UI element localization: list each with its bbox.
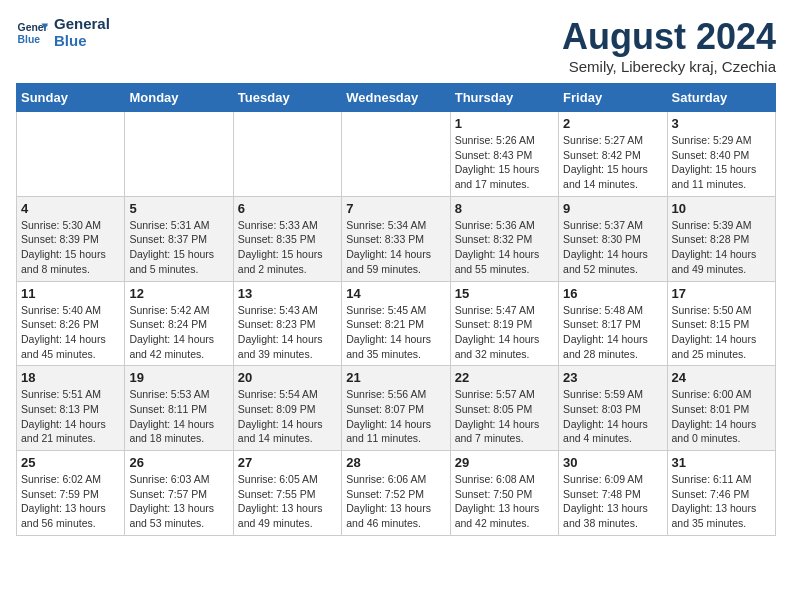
day-number: 22	[455, 370, 554, 385]
day-info: Sunrise: 5:42 AMSunset: 8:24 PMDaylight:…	[129, 303, 228, 362]
day-info: Sunrise: 5:47 AMSunset: 8:19 PMDaylight:…	[455, 303, 554, 362]
day-number: 27	[238, 455, 337, 470]
day-number: 15	[455, 286, 554, 301]
day-info: Sunrise: 5:56 AMSunset: 8:07 PMDaylight:…	[346, 387, 445, 446]
calendar-cell: 12Sunrise: 5:42 AMSunset: 8:24 PMDayligh…	[125, 281, 233, 366]
day-info: Sunrise: 5:37 AMSunset: 8:30 PMDaylight:…	[563, 218, 662, 277]
calendar-cell: 20Sunrise: 5:54 AMSunset: 8:09 PMDayligh…	[233, 366, 341, 451]
calendar-cell: 5Sunrise: 5:31 AMSunset: 8:37 PMDaylight…	[125, 196, 233, 281]
calendar-cell: 22Sunrise: 5:57 AMSunset: 8:05 PMDayligh…	[450, 366, 558, 451]
calendar-cell: 25Sunrise: 6:02 AMSunset: 7:59 PMDayligh…	[17, 451, 125, 536]
calendar-cell: 29Sunrise: 6:08 AMSunset: 7:50 PMDayligh…	[450, 451, 558, 536]
day-info: Sunrise: 6:03 AMSunset: 7:57 PMDaylight:…	[129, 472, 228, 531]
day-number: 12	[129, 286, 228, 301]
day-info: Sunrise: 5:39 AMSunset: 8:28 PMDaylight:…	[672, 218, 771, 277]
calendar-cell: 13Sunrise: 5:43 AMSunset: 8:23 PMDayligh…	[233, 281, 341, 366]
day-number: 6	[238, 201, 337, 216]
day-number: 16	[563, 286, 662, 301]
calendar-cell: 23Sunrise: 5:59 AMSunset: 8:03 PMDayligh…	[559, 366, 667, 451]
calendar-cell: 31Sunrise: 6:11 AMSunset: 7:46 PMDayligh…	[667, 451, 775, 536]
calendar-cell: 19Sunrise: 5:53 AMSunset: 8:11 PMDayligh…	[125, 366, 233, 451]
day-info: Sunrise: 6:09 AMSunset: 7:48 PMDaylight:…	[563, 472, 662, 531]
week-row-0: 1Sunrise: 5:26 AMSunset: 8:43 PMDaylight…	[17, 112, 776, 197]
day-info: Sunrise: 6:08 AMSunset: 7:50 PMDaylight:…	[455, 472, 554, 531]
weekday-header-saturday: Saturday	[667, 84, 775, 112]
day-info: Sunrise: 5:30 AMSunset: 8:39 PMDaylight:…	[21, 218, 120, 277]
day-info: Sunrise: 6:11 AMSunset: 7:46 PMDaylight:…	[672, 472, 771, 531]
day-number: 10	[672, 201, 771, 216]
day-number: 20	[238, 370, 337, 385]
day-info: Sunrise: 5:36 AMSunset: 8:32 PMDaylight:…	[455, 218, 554, 277]
day-info: Sunrise: 5:43 AMSunset: 8:23 PMDaylight:…	[238, 303, 337, 362]
logo: General Blue General Blue	[16, 16, 110, 49]
calendar-cell: 18Sunrise: 5:51 AMSunset: 8:13 PMDayligh…	[17, 366, 125, 451]
day-number: 5	[129, 201, 228, 216]
day-info: Sunrise: 5:45 AMSunset: 8:21 PMDaylight:…	[346, 303, 445, 362]
day-number: 28	[346, 455, 445, 470]
logo-blue: Blue	[54, 33, 110, 50]
weekday-header-thursday: Thursday	[450, 84, 558, 112]
day-number: 17	[672, 286, 771, 301]
day-info: Sunrise: 5:59 AMSunset: 8:03 PMDaylight:…	[563, 387, 662, 446]
weekday-header-friday: Friday	[559, 84, 667, 112]
calendar-cell: 28Sunrise: 6:06 AMSunset: 7:52 PMDayligh…	[342, 451, 450, 536]
calendar-cell: 21Sunrise: 5:56 AMSunset: 8:07 PMDayligh…	[342, 366, 450, 451]
header: General Blue General Blue August 2024 Se…	[16, 16, 776, 75]
day-number: 3	[672, 116, 771, 131]
day-info: Sunrise: 5:51 AMSunset: 8:13 PMDaylight:…	[21, 387, 120, 446]
title-area: August 2024 Semily, Liberecky kraj, Czec…	[562, 16, 776, 75]
calendar-table: SundayMondayTuesdayWednesdayThursdayFrid…	[16, 83, 776, 536]
day-number: 23	[563, 370, 662, 385]
day-number: 31	[672, 455, 771, 470]
calendar-cell: 4Sunrise: 5:30 AMSunset: 8:39 PMDaylight…	[17, 196, 125, 281]
calendar-cell: 9Sunrise: 5:37 AMSunset: 8:30 PMDaylight…	[559, 196, 667, 281]
day-number: 24	[672, 370, 771, 385]
month-title: August 2024	[562, 16, 776, 58]
day-number: 2	[563, 116, 662, 131]
calendar-cell	[233, 112, 341, 197]
day-number: 14	[346, 286, 445, 301]
calendar-cell: 24Sunrise: 6:00 AMSunset: 8:01 PMDayligh…	[667, 366, 775, 451]
calendar-cell	[17, 112, 125, 197]
day-info: Sunrise: 5:48 AMSunset: 8:17 PMDaylight:…	[563, 303, 662, 362]
day-number: 18	[21, 370, 120, 385]
day-number: 4	[21, 201, 120, 216]
day-number: 11	[21, 286, 120, 301]
day-info: Sunrise: 5:27 AMSunset: 8:42 PMDaylight:…	[563, 133, 662, 192]
day-info: Sunrise: 5:53 AMSunset: 8:11 PMDaylight:…	[129, 387, 228, 446]
calendar-cell: 2Sunrise: 5:27 AMSunset: 8:42 PMDaylight…	[559, 112, 667, 197]
weekday-header-tuesday: Tuesday	[233, 84, 341, 112]
day-info: Sunrise: 6:05 AMSunset: 7:55 PMDaylight:…	[238, 472, 337, 531]
calendar-cell: 6Sunrise: 5:33 AMSunset: 8:35 PMDaylight…	[233, 196, 341, 281]
day-number: 25	[21, 455, 120, 470]
week-row-4: 25Sunrise: 6:02 AMSunset: 7:59 PMDayligh…	[17, 451, 776, 536]
day-info: Sunrise: 5:31 AMSunset: 8:37 PMDaylight:…	[129, 218, 228, 277]
calendar-cell	[125, 112, 233, 197]
calendar-cell: 10Sunrise: 5:39 AMSunset: 8:28 PMDayligh…	[667, 196, 775, 281]
week-row-2: 11Sunrise: 5:40 AMSunset: 8:26 PMDayligh…	[17, 281, 776, 366]
day-info: Sunrise: 5:34 AMSunset: 8:33 PMDaylight:…	[346, 218, 445, 277]
weekday-header-monday: Monday	[125, 84, 233, 112]
calendar-cell: 30Sunrise: 6:09 AMSunset: 7:48 PMDayligh…	[559, 451, 667, 536]
day-info: Sunrise: 5:40 AMSunset: 8:26 PMDaylight:…	[21, 303, 120, 362]
calendar-cell: 16Sunrise: 5:48 AMSunset: 8:17 PMDayligh…	[559, 281, 667, 366]
calendar-cell: 7Sunrise: 5:34 AMSunset: 8:33 PMDaylight…	[342, 196, 450, 281]
day-info: Sunrise: 5:50 AMSunset: 8:15 PMDaylight:…	[672, 303, 771, 362]
week-row-1: 4Sunrise: 5:30 AMSunset: 8:39 PMDaylight…	[17, 196, 776, 281]
day-info: Sunrise: 5:29 AMSunset: 8:40 PMDaylight:…	[672, 133, 771, 192]
calendar-cell	[342, 112, 450, 197]
weekday-header-row: SundayMondayTuesdayWednesdayThursdayFrid…	[17, 84, 776, 112]
day-info: Sunrise: 6:02 AMSunset: 7:59 PMDaylight:…	[21, 472, 120, 531]
day-number: 30	[563, 455, 662, 470]
logo-general: General	[54, 16, 110, 33]
week-row-3: 18Sunrise: 5:51 AMSunset: 8:13 PMDayligh…	[17, 366, 776, 451]
calendar-cell: 1Sunrise: 5:26 AMSunset: 8:43 PMDaylight…	[450, 112, 558, 197]
day-number: 19	[129, 370, 228, 385]
day-number: 7	[346, 201, 445, 216]
day-info: Sunrise: 6:00 AMSunset: 8:01 PMDaylight:…	[672, 387, 771, 446]
weekday-header-sunday: Sunday	[17, 84, 125, 112]
calendar-cell: 8Sunrise: 5:36 AMSunset: 8:32 PMDaylight…	[450, 196, 558, 281]
day-info: Sunrise: 5:54 AMSunset: 8:09 PMDaylight:…	[238, 387, 337, 446]
location-subtitle: Semily, Liberecky kraj, Czechia	[562, 58, 776, 75]
logo-icon: General Blue	[16, 17, 48, 49]
